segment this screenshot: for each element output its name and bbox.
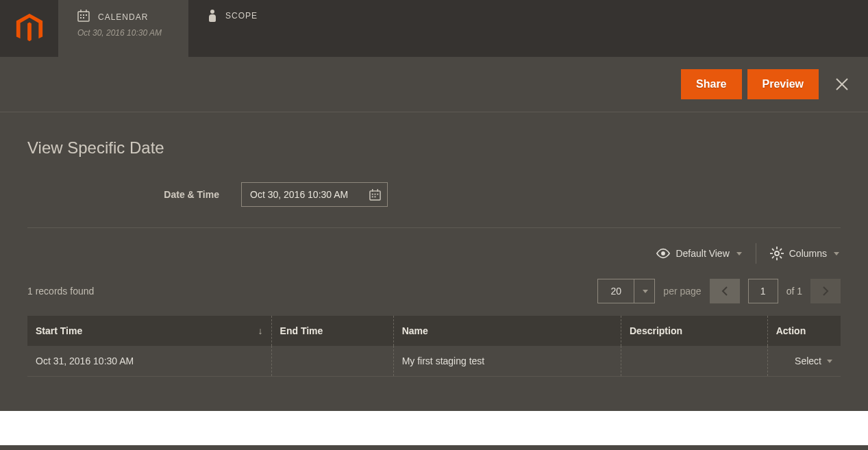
chevron-down-icon [834,252,839,255]
close-button[interactable] [828,71,856,98]
svg-rect-17 [374,196,375,197]
action-bar: Share Preview [0,57,868,112]
close-icon [835,77,849,91]
share-button[interactable]: Share [681,69,741,99]
default-view-dropdown[interactable]: Default View [655,244,743,263]
person-icon [208,10,217,22]
next-page-button[interactable] [810,279,841,303]
per-page-value: 20 [598,279,634,303]
magento-logo[interactable] [0,0,58,57]
chevron-left-icon [721,286,728,296]
prev-page-button[interactable] [710,279,740,303]
svg-rect-14 [374,193,375,195]
records-found: 1 records found [27,286,94,297]
svg-rect-7 [83,17,84,18]
chevron-down-icon [827,360,832,363]
page-title: View Specific Date [27,138,841,158]
gear-icon [770,247,784,260]
pager-row: 1 records found 20 per page of 1 [27,279,841,303]
col-start-time[interactable]: Start Time↓ [27,316,271,346]
svg-rect-15 [377,193,378,195]
calendar-icon [369,189,381,201]
preview-button[interactable]: Preview [747,69,819,99]
svg-line-24 [772,249,774,251]
col-start-time-label: Start Time [36,325,82,336]
chevron-right-icon [822,286,829,296]
per-page-dropdown-button[interactable] [634,279,654,303]
table-row[interactable]: Oct 31, 2016 10:30 AM My first staging t… [27,346,841,377]
date-time-input-wrap [241,182,388,207]
tab-calendar-sub: Oct 30, 2016 10:30 AM [77,28,169,38]
svg-rect-3 [80,14,82,16]
content-area: View Specific Date Date & Time [0,112,868,411]
date-time-label: Date & Time [27,189,219,200]
row-action-select[interactable]: Select [776,355,832,366]
svg-rect-5 [86,14,87,16]
cell-start-time: Oct 31, 2016 10:30 AM [27,346,271,377]
col-action[interactable]: Action [767,316,841,346]
date-time-field: Date & Time [27,182,841,228]
tab-scope-label: SCOPE [225,11,258,21]
chevron-down-icon [736,252,742,255]
cell-name: My first staging test [393,346,621,377]
col-name[interactable]: Name [393,316,621,346]
columns-dropdown[interactable]: Columns [769,244,841,263]
page-number-input[interactable] [748,279,778,303]
svg-line-25 [780,256,782,258]
tab-calendar-label: CALENDAR [98,12,148,22]
svg-rect-4 [83,14,84,16]
date-time-input[interactable] [242,183,362,206]
svg-point-19 [775,251,779,255]
svg-rect-16 [371,196,373,197]
svg-line-27 [772,256,774,258]
row-action-label: Select [795,355,821,366]
magento-logo-icon [16,14,43,44]
date-picker-button[interactable] [362,183,387,206]
tab-scope[interactable]: SCOPE [188,0,319,57]
cell-description [621,346,768,377]
data-grid: Start Time↓ End Time Name Description Ac… [27,316,841,377]
divider [756,243,756,264]
svg-rect-10 [369,190,380,199]
svg-rect-6 [80,17,82,18]
svg-rect-13 [371,193,373,195]
sort-desc-icon: ↓ [258,325,263,336]
cell-action: Select [767,346,841,377]
cell-end-time [271,346,393,377]
svg-point-18 [661,251,665,255]
top-bar: CALENDAR Oct 30, 2016 10:30 AM SCOPE [0,0,868,57]
white-area [0,411,868,445]
per-page-select[interactable]: 20 [597,279,655,303]
columns-label: Columns [789,248,827,259]
svg-rect-0 [78,12,89,21]
chevron-down-icon [643,290,648,293]
eye-icon [656,247,670,260]
svg-line-26 [780,249,782,251]
col-end-time[interactable]: End Time [271,316,393,346]
default-view-label: Default View [675,248,729,259]
calendar-icon [77,10,90,24]
per-page-label: per page [663,286,701,297]
grid-toolbar: Default View Columns [27,243,841,264]
col-description[interactable]: Description [621,316,768,346]
page-total-label: of 1 [786,286,802,297]
tab-calendar[interactable]: CALENDAR Oct 30, 2016 10:30 AM [58,0,188,57]
